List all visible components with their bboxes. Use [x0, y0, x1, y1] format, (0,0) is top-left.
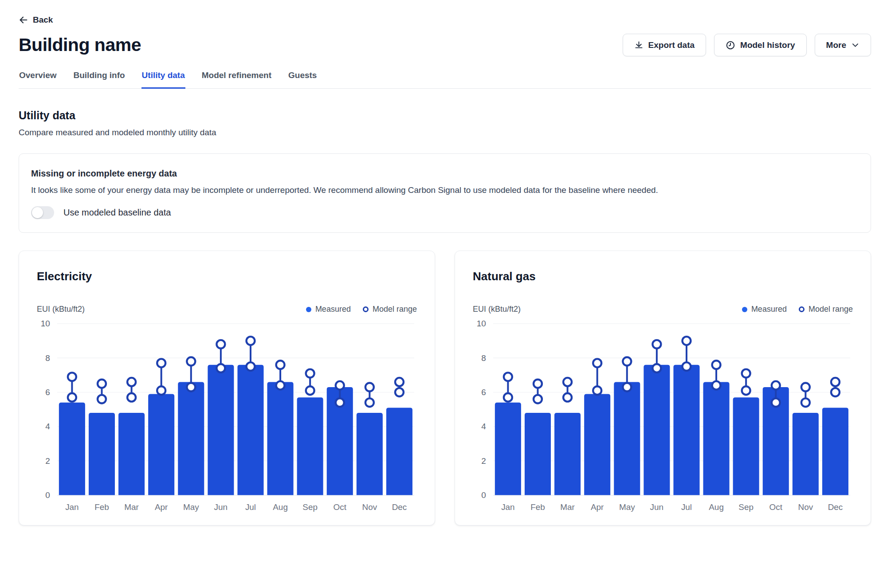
electricity-chart-header: EUI (kBtu/ft2) Measured Model range	[37, 305, 417, 314]
y-tick-label: 8	[45, 353, 50, 363]
toggle-knob	[32, 207, 43, 218]
model-range-marker	[563, 393, 572, 402]
measured-bar	[148, 394, 174, 495]
y-tick-label: 4	[481, 422, 486, 431]
model-range-marker	[831, 378, 840, 386]
model-range-marker	[623, 357, 631, 366]
tab-building-info[interactable]: Building info	[73, 69, 126, 89]
y-tick-label: 2	[481, 456, 486, 466]
legend-item-measured: Measured	[306, 305, 351, 314]
model-range-marker	[216, 364, 225, 372]
model-range-marker	[276, 361, 285, 369]
model-range-marker	[187, 383, 195, 392]
measured-bar	[584, 394, 610, 495]
chart-cards: Electricity EUI (kBtu/ft2) Measured Mode…	[19, 251, 871, 525]
month-label: Nov	[798, 502, 813, 512]
tab-bar: Overview Building info Utility data Mode…	[19, 69, 871, 89]
y-tick-label: 10	[477, 319, 486, 328]
model-range-marker	[742, 369, 750, 378]
legend-measured-label: Measured	[751, 305, 787, 314]
use-modeled-baseline-toggle[interactable]	[31, 206, 54, 219]
y-tick-label: 0	[481, 490, 486, 500]
natural-gas-legend: Measured Model range	[742, 305, 853, 314]
month-label: May	[183, 502, 199, 512]
export-data-label: Export data	[648, 40, 695, 50]
model-range-marker	[365, 383, 374, 392]
clock-icon	[726, 40, 735, 50]
measured-bar	[733, 397, 759, 495]
model-range-marker	[247, 362, 255, 371]
more-label: More	[826, 40, 846, 50]
model-range-marker	[157, 359, 165, 367]
model-history-button[interactable]: Model history	[714, 34, 807, 56]
model-range-marker	[247, 337, 255, 345]
natural-gas-axis-label: EUI (kBtu/ft2)	[473, 305, 521, 314]
tab-model-refinement[interactable]: Model refinement	[201, 69, 272, 89]
model-range-marker	[68, 372, 76, 381]
model-range-marker	[98, 395, 106, 404]
measured-bar	[793, 413, 819, 495]
model-range-marker	[563, 378, 572, 386]
measured-bar	[703, 382, 730, 495]
model-range-marker	[534, 395, 542, 404]
back-label: Back	[33, 15, 53, 25]
month-label: Jun	[650, 502, 664, 512]
model-range-marker	[127, 393, 136, 402]
measured-bar	[495, 403, 521, 495]
electricity-card: Electricity EUI (kBtu/ft2) Measured Mode…	[19, 251, 435, 525]
header-actions: Export data Model history More	[623, 34, 871, 56]
measured-bar	[267, 382, 294, 495]
missing-data-alert: Missing or incomplete energy data It loo…	[19, 153, 871, 233]
measured-bar	[822, 408, 848, 495]
model-range-marker	[98, 380, 106, 388]
y-tick-label: 4	[45, 422, 50, 431]
export-data-button[interactable]: Export data	[623, 34, 706, 56]
month-label: Jun	[214, 502, 228, 512]
measured-bar	[644, 365, 670, 495]
legend-item-model-range: Model range	[363, 305, 417, 314]
y-tick-label: 2	[45, 456, 50, 466]
month-label: Feb	[530, 502, 545, 512]
model-range-marker	[534, 380, 542, 388]
month-label: Jul	[681, 502, 692, 512]
arrow-left-icon	[19, 15, 28, 25]
model-range-marker	[504, 393, 512, 402]
electricity-legend: Measured Model range	[306, 305, 417, 314]
month-label: Jul	[245, 502, 256, 512]
y-tick-label: 6	[481, 388, 486, 397]
model-range-marker	[801, 398, 810, 407]
tab-guests[interactable]: Guests	[288, 69, 317, 89]
toggle-label: Use modeled baseline data	[63, 208, 171, 218]
measured-bar	[614, 382, 640, 495]
month-label: Nov	[362, 502, 377, 512]
natural-gas-card: Natural gas EUI (kBtu/ft2) Measured Mode…	[455, 251, 871, 525]
model-range-marker	[395, 388, 404, 396]
month-label: Jan	[65, 502, 79, 512]
more-button[interactable]: More	[815, 34, 871, 56]
tab-overview[interactable]: Overview	[19, 69, 57, 89]
y-tick-label: 8	[481, 353, 486, 363]
tab-utility-data[interactable]: Utility data	[141, 69, 185, 89]
electricity-chart: 0246810JanFebMarAprMayJunJulAugSepOctNov…	[37, 316, 417, 515]
model-range-marker	[216, 340, 225, 349]
back-button[interactable]: Back	[19, 15, 53, 25]
model-range-marker	[365, 398, 374, 407]
measured-bar	[554, 413, 581, 495]
month-label: Oct	[334, 502, 347, 512]
legend-model-range-label: Model range	[809, 305, 853, 314]
alert-body: It looks like some of your energy data m…	[31, 185, 859, 195]
electricity-axis-label: EUI (kBtu/ft2)	[37, 305, 85, 314]
natural-gas-chart-header: EUI (kBtu/ft2) Measured Model range	[473, 305, 853, 314]
model-range-marker	[683, 337, 691, 345]
model-range-marker	[504, 372, 512, 381]
legend-model-range-label: Model range	[373, 305, 417, 314]
measured-bar	[89, 413, 115, 495]
model-range-marker	[276, 381, 285, 390]
natural-gas-chart: 0246810JanFebMarAprMayJunJulAugSepOctNov…	[473, 316, 853, 515]
month-label: Feb	[94, 502, 109, 512]
model-range-marker	[652, 364, 661, 372]
model-range-marker	[157, 386, 165, 395]
chevron-down-icon	[851, 41, 860, 49]
measured-dot-icon	[742, 307, 747, 312]
page-title: Building name	[19, 35, 141, 55]
